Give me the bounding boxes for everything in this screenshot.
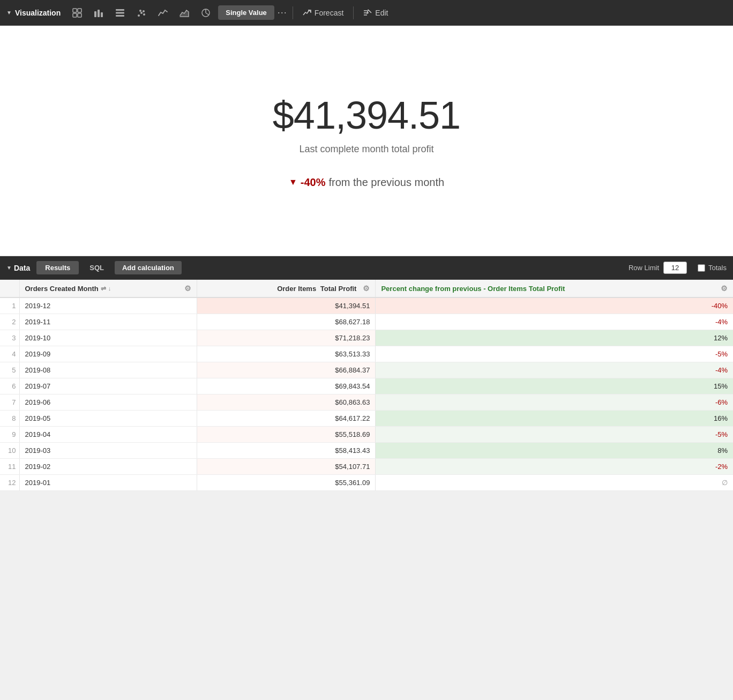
row-number: 1: [0, 297, 19, 314]
row-number: 7: [0, 394, 19, 411]
row-limit-section: Row Limit 12: [629, 262, 687, 274]
more-options-dots[interactable]: ···: [278, 7, 287, 18]
svg-point-12: [139, 10, 141, 12]
pct-change-cell: -4%: [376, 314, 733, 330]
table-row: 62019-07$69,843.5415%: [0, 378, 733, 394]
table-row: 122019-01$55,361.09∅: [0, 475, 733, 491]
table-row: 82019-05$64,617.2216%: [0, 411, 733, 427]
svg-point-11: [140, 12, 143, 14]
row-number: 2: [0, 314, 19, 330]
table-row: 12019-12$41,394.51-40%: [0, 297, 733, 314]
forecast-label: Forecast: [315, 9, 343, 17]
col-header-rownum: [0, 280, 19, 297]
row-number: 12: [0, 475, 19, 491]
pct-change-cell: 15%: [376, 378, 733, 394]
total-profit-label-prefix: Order Items: [277, 285, 316, 293]
pct-change-cell: ∅: [376, 475, 733, 491]
svg-rect-4: [94, 11, 96, 17]
row-number: 5: [0, 362, 19, 378]
sort-desc-icon: ↓: [108, 285, 111, 292]
row-number: 4: [0, 346, 19, 362]
svg-rect-8: [116, 12, 124, 13]
svg-line-17: [206, 13, 209, 15]
orders-month-cell: 2019-12: [19, 297, 197, 314]
col-header-total-profit: Order Items Total Profit ⚙: [197, 280, 376, 297]
results-tab[interactable]: Results: [36, 261, 79, 274]
pct-change-cell: -40%: [376, 297, 733, 314]
total-profit-cell: $60,863.63: [197, 394, 376, 411]
table-row: 102019-03$58,413.438%: [0, 443, 733, 459]
total-profit-cell: $55,361.09: [197, 475, 376, 491]
orders-month-cell: 2019-05: [19, 411, 197, 427]
total-profit-cell: $71,218.23: [197, 330, 376, 346]
table-row: 42019-09$63,513.33-5%: [0, 346, 733, 362]
row-number: 9: [0, 427, 19, 443]
total-profit-cell: $41,394.51: [197, 297, 376, 314]
svg-line-21: [368, 10, 371, 13]
add-calculation-button[interactable]: Add calculation: [115, 261, 182, 274]
pct-change-label: Percent change from previous - Order Ite…: [381, 285, 565, 293]
orders-month-cell: 2019-09: [19, 346, 197, 362]
orders-month-settings-icon[interactable]: ⚙: [184, 284, 191, 293]
totals-section: Totals: [698, 264, 727, 272]
line-chart-icon[interactable]: [154, 4, 172, 22]
totals-label: Totals: [708, 264, 727, 272]
table-view-icon[interactable]: [68, 4, 86, 22]
scatter-icon[interactable]: [132, 4, 151, 22]
row-number: 10: [0, 443, 19, 459]
list-view-icon[interactable]: [111, 4, 129, 22]
row-limit-label: Row Limit: [629, 264, 659, 272]
orders-month-cell: 2019-11: [19, 314, 197, 330]
sql-tab[interactable]: SQL: [81, 261, 113, 274]
svg-rect-6: [101, 12, 103, 17]
orders-month-cell: 2019-04: [19, 427, 197, 443]
forecast-button[interactable]: Forecast: [298, 6, 348, 19]
svg-rect-9: [116, 15, 124, 17]
table-row: 32019-10$71,218.2312%: [0, 330, 733, 346]
pct-change-cell: -5%: [376, 427, 733, 443]
toolbar-divider2: [353, 6, 354, 19]
bar-chart-icon[interactable]: [89, 4, 108, 22]
results-table: Orders Created Month ⇌ ↓ ⚙ Order Items T…: [0, 280, 733, 491]
pie-chart-icon[interactable]: [197, 4, 215, 22]
svg-rect-1: [78, 9, 81, 12]
pct-change-cell: 12%: [376, 330, 733, 346]
comparison-row: ▼ -40% from the previous month: [289, 176, 444, 189]
total-profit-cell: $64,617.22: [197, 411, 376, 427]
data-chevron-icon: ▼: [6, 265, 12, 271]
row-number: 8: [0, 411, 19, 427]
table-row: 52019-08$66,884.37-4%: [0, 362, 733, 378]
total-profit-cell: $54,107.71: [197, 459, 376, 475]
table-row: 72019-06$60,863.63-6%: [0, 394, 733, 411]
single-value-button[interactable]: Single Value: [218, 5, 274, 20]
svg-rect-7: [116, 9, 124, 11]
totals-checkbox[interactable]: [698, 264, 705, 272]
data-section-title: Data: [14, 264, 30, 272]
pct-change-cell: 16%: [376, 411, 733, 427]
comparison-text: from the previous month: [328, 176, 444, 189]
visualization-toolbar: ▼ Visualization Single Value ··· Forecas…: [0, 0, 733, 26]
down-arrow-icon: ▼: [289, 177, 297, 187]
row-limit-input[interactable]: 12: [663, 262, 687, 274]
svg-point-13: [143, 10, 145, 12]
row-number: 3: [0, 330, 19, 346]
orders-month-col-label: Orders Created Month: [25, 285, 99, 293]
list-icon: ⇌: [101, 285, 106, 292]
row-number: 11: [0, 459, 19, 475]
single-value-panel: $41,394.51 Last complete month total pro…: [0, 26, 733, 256]
table-row: 112019-02$54,107.71-2%: [0, 459, 733, 475]
col-header-orders-month: Orders Created Month ⇌ ↓ ⚙: [19, 280, 197, 297]
pct-change-cell: -6%: [376, 394, 733, 411]
main-value: $41,394.51: [273, 93, 460, 137]
vis-chevron-icon: ▼: [6, 10, 12, 16]
toolbar-divider: [293, 6, 293, 19]
edit-button[interactable]: Edit: [359, 6, 392, 19]
edit-label: Edit: [375, 9, 388, 17]
value-label: Last complete month total profit: [299, 144, 433, 155]
svg-point-10: [138, 14, 140, 17]
total-profit-cell: $58,413.43: [197, 443, 376, 459]
total-profit-settings-icon[interactable]: ⚙: [363, 284, 370, 293]
total-profit-cell: $66,884.37: [197, 362, 376, 378]
area-chart-icon[interactable]: [175, 4, 193, 22]
pct-change-settings-icon[interactable]: ⚙: [721, 284, 728, 293]
